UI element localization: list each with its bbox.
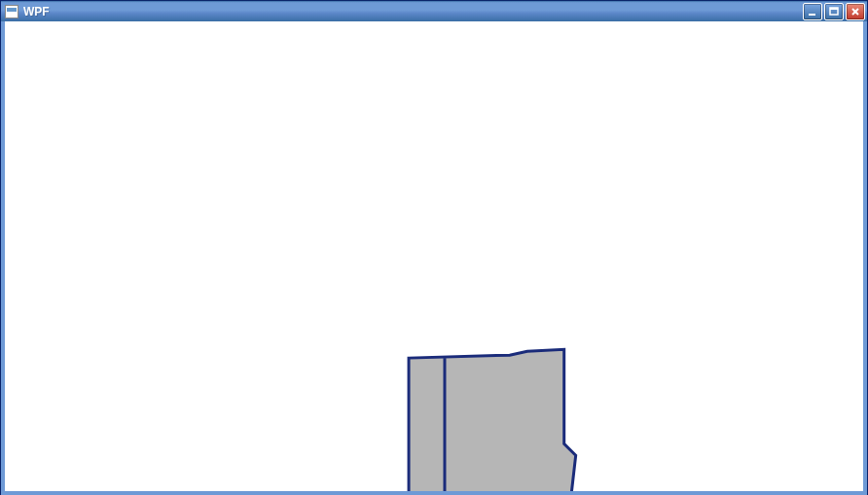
close-button[interactable]: [846, 3, 865, 20]
application-window: WPF: [0, 0, 868, 495]
window-controls: [803, 3, 865, 20]
titlebar[interactable]: WPF: [1, 0, 867, 21]
drawing-canvas: [5, 21, 863, 491]
minimize-button[interactable]: [803, 3, 822, 20]
svg-rect-0: [809, 14, 815, 16]
svg-rect-2: [830, 8, 838, 10]
maximize-button[interactable]: [824, 3, 844, 20]
polygon-shape: [409, 349, 576, 491]
client-area: [1, 21, 867, 495]
window-title: WPF: [23, 5, 803, 18]
app-icon: [5, 5, 18, 18]
